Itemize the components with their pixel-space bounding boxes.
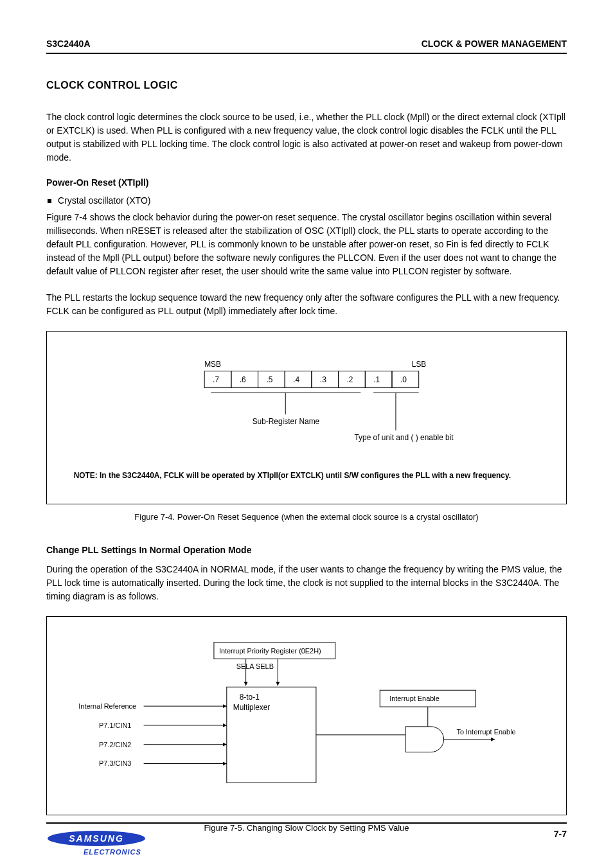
lsb-label: LSB bbox=[412, 360, 427, 369]
brand-logo: SAMSUNG ELECTRONICS bbox=[46, 830, 147, 856]
in-a: Internal Reference bbox=[78, 702, 136, 710]
svg-text:.7: .7 bbox=[213, 375, 219, 384]
bullet-text: Crystal oscillator (XTO) bbox=[58, 195, 150, 206]
figure-1-caption: Figure 7-4. Power-On Reset Sequence (whe… bbox=[46, 512, 567, 522]
svg-text:.0: .0 bbox=[400, 375, 407, 384]
svg-text:.3: .3 bbox=[320, 375, 326, 384]
in-c: P7.2/CIN2 bbox=[99, 741, 131, 748]
footer: SAMSUNG ELECTRONICS 7-7 bbox=[46, 822, 567, 856]
fig1-note: NOTE: In the S3C2440A, FCLK will be oper… bbox=[74, 471, 511, 480]
subheading-2: Change PLL Settings In Normal Operation … bbox=[46, 545, 567, 555]
samsung-logo-icon: SAMSUNG bbox=[46, 830, 147, 847]
figure-1-box: MSB LSB .7 .6 .5 .4 .3 .2 .1 .0 bbox=[46, 331, 567, 504]
figure-1-svg: MSB LSB .7 .6 .5 .4 .3 .2 .1 .0 bbox=[47, 332, 566, 504]
figure-2-svg: Interrupt Priority Register (0E2H) SELA … bbox=[47, 617, 566, 815]
svg-text:.5: .5 bbox=[266, 375, 272, 384]
page-number: 7-7 bbox=[554, 829, 567, 839]
page-header: S3C2440A CLOCK & POWER MANAGEMENT bbox=[46, 39, 567, 49]
svg-text:SAMSUNG: SAMSUNG bbox=[69, 833, 124, 844]
header-left: S3C2440A bbox=[46, 39, 91, 49]
top-box-label: Interrupt Priority Register (0E2H) bbox=[219, 647, 321, 655]
msb-label: MSB bbox=[204, 360, 221, 369]
in-b: P7.1/CIN1 bbox=[99, 722, 131, 729]
interrupt-box: Interrupt Enable bbox=[389, 695, 440, 702]
intro-paragraph: The clock control logic determines the c… bbox=[46, 111, 567, 164]
header-right: CLOCK & POWER MANAGEMENT bbox=[422, 39, 567, 49]
annot-sub: Sub-Register Name bbox=[253, 417, 320, 426]
svg-text:.2: .2 bbox=[347, 375, 353, 384]
bit-row: .7 .6 .5 .4 .3 .2 .1 .0 bbox=[204, 371, 419, 388]
section-title: CLOCK CONTROL LOGIC bbox=[46, 80, 567, 91]
svg-text:.1: .1 bbox=[373, 375, 380, 384]
header-rule bbox=[46, 53, 567, 54]
bullet-row: Crystal oscillator (XTO) bbox=[46, 195, 567, 206]
svg-text:.6: .6 bbox=[240, 375, 246, 384]
brand-subtext: ELECTRONICS bbox=[84, 848, 147, 856]
subheading-1: Power-On Reset (XTIpll) bbox=[46, 177, 567, 188]
sub1-paragraph: Figure 7-4 shows the clock behavior duri… bbox=[46, 211, 567, 278]
bullet-icon bbox=[48, 199, 51, 203]
sub1-paragraph-b: The PLL restarts the lockup sequence tow… bbox=[46, 291, 567, 318]
gate-out: To Interrupt Enable bbox=[456, 728, 515, 736]
in-d: P7.3/CIN3 bbox=[99, 759, 131, 767]
mux-title-1: 8-to-1 bbox=[240, 693, 260, 702]
svg-text:.4: .4 bbox=[293, 375, 299, 384]
figure-2-box: Interrupt Priority Register (0E2H) SELA … bbox=[46, 616, 567, 815]
annot-type: Type of unit and ( ) enable bit bbox=[354, 433, 454, 442]
sel-label: SELA SELB bbox=[236, 662, 274, 670]
mux-title-2: Multiplexer bbox=[233, 703, 271, 712]
sub2-paragraph: During the operation of the S3C2440A in … bbox=[46, 563, 567, 603]
